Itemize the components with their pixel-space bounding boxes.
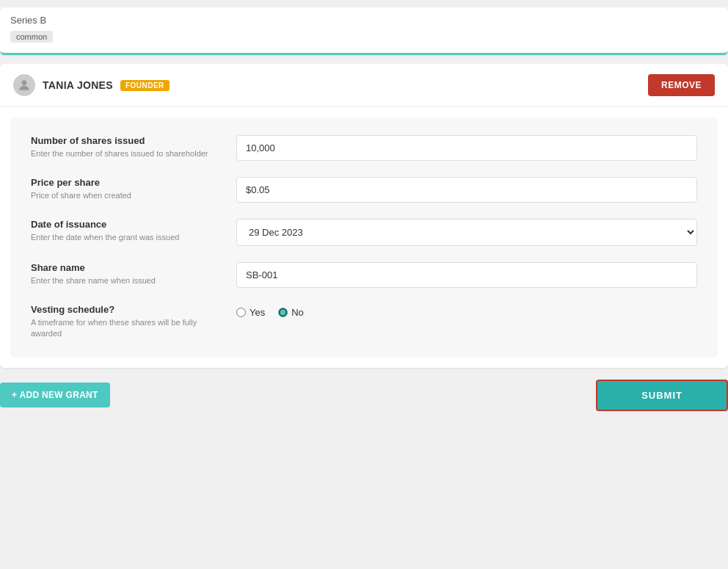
share-name-label: Share name xyxy=(31,262,222,273)
share-name-input[interactable] xyxy=(236,262,697,288)
date-of-issuance-select[interactable]: 29 Dec 2023 28 Dec 2023 27 Dec 2023 xyxy=(236,219,697,246)
price-per-share-hint: Price of share when created xyxy=(31,190,222,201)
shares-issued-row: Number of shares issued Enter the number… xyxy=(31,135,697,161)
vesting-schedule-label: Vesting schedule? xyxy=(31,304,222,315)
vesting-no-radio[interactable] xyxy=(278,308,288,317)
shareholder-name: TANIA JONES xyxy=(43,79,113,91)
price-per-share-label-col: Price per share Price of share when crea… xyxy=(31,177,222,201)
price-per-share-label: Price per share xyxy=(31,177,222,188)
shares-issued-label-col: Number of shares issued Enter the number… xyxy=(31,135,222,159)
founder-badge: FOUNDER xyxy=(120,80,170,91)
date-of-issuance-row: Date of issuance Enter the date when the… xyxy=(31,219,697,246)
svg-point-0 xyxy=(22,80,27,85)
submit-button[interactable]: SUBMIT xyxy=(596,380,728,411)
vesting-radio-group: Yes No xyxy=(236,304,697,318)
share-name-row: Share name Enter the share name when iss… xyxy=(31,262,697,288)
shareholder-card: TANIA JONES FOUNDER REMOVE Number of sha… xyxy=(0,64,728,368)
vesting-no-text: No xyxy=(291,307,304,318)
vesting-schedule-hint: A timeframe for when these shares will b… xyxy=(31,317,222,340)
add-grant-button[interactable]: + ADD NEW GRANT xyxy=(0,383,110,407)
series-card: Series B common xyxy=(0,7,728,55)
shares-issued-hint: Enter the number of shares issued to sha… xyxy=(31,148,222,159)
footer-row: + ADD NEW GRANT SUBMIT xyxy=(0,377,728,418)
vesting-yes-label[interactable]: Yes xyxy=(236,307,265,318)
shareholder-info: TANIA JONES FOUNDER xyxy=(13,74,170,96)
shareholder-header: TANIA JONES FOUNDER REMOVE xyxy=(0,64,728,107)
remove-button[interactable]: REMOVE xyxy=(648,74,715,96)
shares-issued-input[interactable] xyxy=(236,135,697,161)
price-per-share-control xyxy=(236,177,697,203)
price-per-share-input[interactable] xyxy=(236,177,697,203)
series-badge: common xyxy=(10,31,53,43)
vesting-yes-radio[interactable] xyxy=(236,308,246,317)
date-of-issuance-control: 29 Dec 2023 28 Dec 2023 27 Dec 2023 xyxy=(236,219,697,246)
date-of-issuance-label: Date of issuance xyxy=(31,219,222,230)
share-name-label-col: Share name Enter the share name when iss… xyxy=(31,262,222,286)
vesting-schedule-control: Yes No xyxy=(236,304,697,318)
date-of-issuance-label-col: Date of issuance Enter the date when the… xyxy=(31,219,222,243)
avatar xyxy=(13,74,35,96)
vesting-schedule-label-col: Vesting schedule? A timeframe for when t… xyxy=(31,304,222,340)
form-area: Number of shares issued Enter the number… xyxy=(10,117,718,358)
date-of-issuance-hint: Enter the date when the grant was issued xyxy=(31,232,222,243)
series-title: Series B xyxy=(10,15,718,26)
vesting-yes-text: Yes xyxy=(250,307,265,318)
vesting-no-label[interactable]: No xyxy=(278,307,304,318)
share-name-hint: Enter the share name when issued xyxy=(31,275,222,286)
share-name-control xyxy=(236,262,697,288)
shares-issued-control xyxy=(236,135,697,161)
shares-issued-label: Number of shares issued xyxy=(31,135,222,146)
price-per-share-row: Price per share Price of share when crea… xyxy=(31,177,697,203)
page-wrapper: Series B common TANIA JONES FOUNDER REMO… xyxy=(0,7,728,418)
vesting-schedule-row: Vesting schedule? A timeframe for when t… xyxy=(31,304,697,340)
